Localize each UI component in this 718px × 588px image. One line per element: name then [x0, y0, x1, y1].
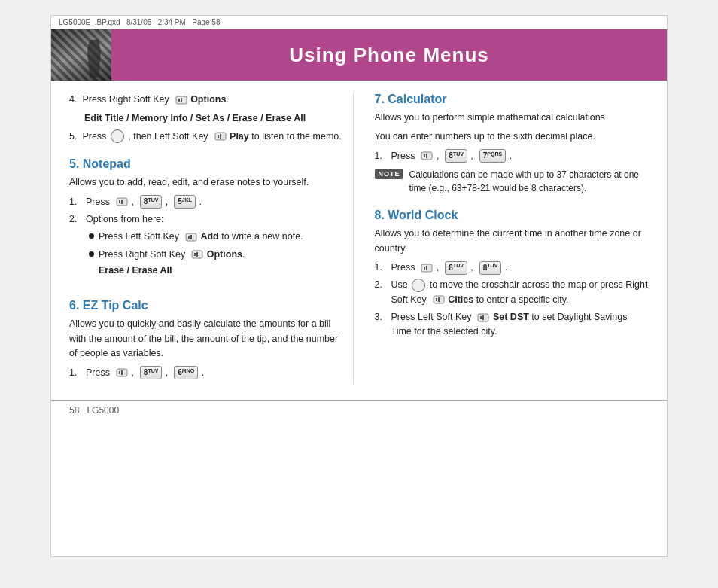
eztip-step-1: 1. Press , 8TUV , 6MNO . — [69, 366, 344, 380]
svg-rect-23 — [426, 266, 427, 270]
soft-key-icon-notepad — [116, 196, 128, 208]
svg-rect-1 — [178, 99, 180, 102]
header-figure-icon — [83, 40, 105, 78]
calculator-note: NOTE Calculations can be made with up to… — [375, 168, 650, 195]
soft-key-icon-wc2 — [433, 294, 445, 306]
page: LG5000E_.BP.qxd 8/31/05 2:34 PM Page 58 … — [50, 15, 668, 557]
left-column: 4. Press Right Soft Key Options. Edit Ti… — [69, 93, 354, 385]
footer: 58 LG5000 — [51, 400, 667, 420]
soft-key-icon-calc — [421, 150, 433, 162]
notepad-bullet-2-text: Press Right Soft Key Options. — [99, 248, 245, 262]
step-4-bold: Options — [190, 94, 226, 105]
notepad-description: Allows you to add, read, edit, and erase… — [69, 175, 344, 190]
svg-rect-5 — [220, 134, 221, 139]
notepad-bullet-2: Press Right Soft Key Options. — [89, 248, 303, 279]
note-label: NOTE — [375, 169, 403, 179]
eztip-steps: 1. Press , 8TUV , 6MNO . — [69, 366, 344, 380]
nav-circle-wc2 — [412, 279, 425, 292]
eztip-step-1-num: 1. — [69, 366, 83, 380]
notepad-bullets: Press Left Soft Key Add to write a new n… — [83, 230, 303, 281]
notepad-step-1: 1. Press , 8TUV , 5JKL . — [69, 195, 344, 209]
worldclock-step-2-text: Use to move the crosshair across the map… — [391, 278, 650, 307]
svg-rect-22 — [424, 267, 425, 270]
meta-filename: LG5000E_.BP.qxd — [59, 18, 120, 26]
svg-rect-26 — [438, 297, 440, 302]
svg-rect-28 — [480, 316, 482, 319]
section-calculator-heading: 7. Calculator — [375, 93, 650, 106]
svg-rect-11 — [190, 235, 192, 239]
header-image-inner — [51, 29, 111, 81]
key-8tuv-wc2: 8TUV — [479, 261, 502, 275]
calculator-step-1-text: Press , 8TUV , 7PQRS . — [391, 149, 513, 163]
soft-key-icon-4 — [175, 94, 187, 106]
note-text: Calculations can be made with up to 37 c… — [409, 168, 650, 195]
key-6mno-eztip: 6MNO — [174, 366, 198, 379]
svg-rect-13 — [194, 253, 196, 256]
eztip-description: Allows you to quickly and easily calcula… — [69, 317, 344, 361]
notepad-erase-sub: Erase / Erase All — [99, 264, 172, 278]
soft-key-icon-5 — [214, 130, 227, 142]
svg-rect-8 — [121, 200, 123, 204]
soft-key-icon-options — [191, 248, 203, 260]
step-5-bold: Play — [230, 131, 249, 142]
notepad-step-2-text: 2. Options from here: — [69, 212, 164, 227]
svg-rect-14 — [196, 252, 198, 257]
bullet-dot-2 — [89, 251, 94, 257]
meta-date: 8/31/05 — [126, 18, 151, 26]
step-4: 4. Press Right Soft Key Options. — [69, 93, 344, 107]
key-8tuv-eztip: 8TUV — [140, 366, 163, 379]
header-title-area: Using Phone Menus — [111, 29, 667, 81]
calculator-step-1-num: 1. — [375, 149, 388, 163]
notepad-steps: 1. Press , 8TUV , 5JKL . — [69, 195, 344, 286]
section-notepad-heading: 5. Notepad — [69, 157, 344, 171]
worldclock-steps: 1. Press , 8TUV , 8TUV . — [375, 260, 650, 340]
soft-key-icon-add — [185, 231, 197, 243]
eztip-step-1-text: Press , 8TUV , 6MNO . — [86, 366, 204, 380]
footer-product: LG5000 — [87, 405, 119, 416]
notepad-bullet-1-text: Press Left Soft Key Add to write a new n… — [99, 230, 303, 244]
notepad-bullet-1: Press Left Soft Key Add to write a new n… — [89, 230, 303, 244]
worldclock-step-3-text: Press Left Soft Key Set DST to set Dayli… — [391, 310, 650, 340]
notepad-step-2: 2. Options from here: Press Left Soft Ke… — [69, 212, 344, 286]
key-7pqrs-calc: 7PQRS — [479, 149, 506, 163]
meta-page: Page 58 — [192, 18, 220, 26]
worldclock-desc: Allows you to determine the current time… — [375, 227, 650, 256]
svg-rect-19 — [424, 154, 425, 157]
svg-rect-20 — [426, 154, 427, 158]
worldclock-step-3-num: 3. — [375, 310, 388, 324]
step-5: 5. Press , then Left Soft Key Play to li… — [69, 129, 344, 144]
section-eztip-heading: 6. EZ Tip Calc — [69, 299, 344, 312]
svg-rect-7 — [119, 200, 120, 203]
step-4-number: 4. — [69, 94, 77, 105]
svg-rect-16 — [119, 371, 120, 374]
notepad-step-1-num: 1. — [69, 195, 83, 209]
svg-rect-25 — [436, 298, 437, 301]
worldclock-step-2: 2. Use to move the crosshair across the … — [375, 278, 650, 307]
soft-key-icon-eztip — [116, 367, 128, 379]
step-4-sub: Edit Title / Memory Info / Set As / Eras… — [84, 111, 344, 126]
worldclock-step-1-num: 1. — [375, 260, 388, 275]
svg-rect-4 — [218, 135, 219, 138]
top-meta: LG5000E_.BP.qxd 8/31/05 2:34 PM Page 58 — [51, 16, 667, 29]
notepad-step-1-text: Press , 8TUV , 5JKL . — [86, 195, 202, 209]
worldclock-step-2-num: 2. — [375, 278, 388, 292]
footer-page-number: 58 — [69, 405, 79, 416]
worldclock-cities-bold: Cities — [448, 294, 473, 305]
header: Using Phone Menus — [51, 29, 667, 81]
bullet-dot-1 — [89, 233, 94, 239]
header-title: Using Phone Menus — [289, 44, 488, 67]
notepad-step-2-num: 2. — [69, 212, 83, 227]
key-5jkl-notepad1: 5JKL — [174, 195, 196, 209]
svg-rect-17 — [121, 370, 123, 375]
header-image — [51, 29, 111, 81]
worldclock-step-1-text: Press , 8TUV , 8TUV . — [391, 260, 508, 275]
soft-key-icon-wc1 — [421, 262, 433, 274]
step-5-number: 5. — [69, 131, 77, 142]
key-8tuv-notepad1: 8TUV — [140, 195, 163, 209]
worldclock-setdst-bold: Set DST — [493, 312, 529, 322]
key-8tuv-wc1: 8TUV — [445, 261, 467, 275]
nav-circle-5 — [111, 129, 124, 143]
notepad-add-bold: Add — [200, 231, 218, 242]
worldclock-step-3: 3. Press Left Soft Key Set DST to set Da… — [375, 310, 650, 340]
content-area: 4. Press Right Soft Key Options. Edit Ti… — [51, 81, 667, 400]
